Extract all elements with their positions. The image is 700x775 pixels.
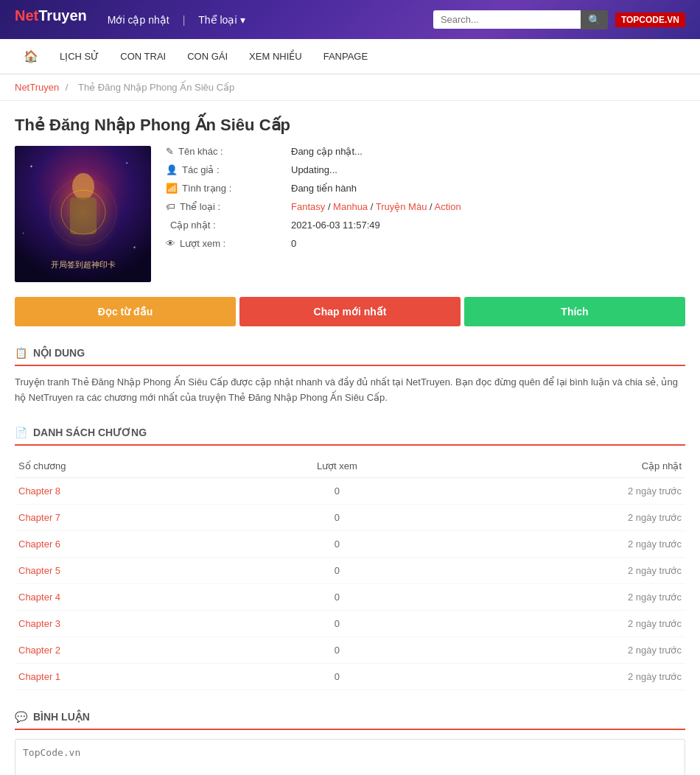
danh-sach-chuong-header: 📄 DANH SÁCH CHƯƠNG	[15, 421, 685, 446]
search-input[interactable]	[433, 10, 581, 29]
chapter-name: Chapter 6	[15, 530, 239, 557]
svg-point-2	[72, 173, 94, 200]
nav-moi-cap-nhat[interactable]: Mới cập nhật	[102, 11, 175, 29]
chapter-updated: 2 ngày trước	[435, 610, 685, 637]
label-the-loai: 🏷 Thể loại :	[166, 201, 291, 212]
chapter-link[interactable]: Chapter 5	[18, 565, 60, 576]
noi-dung-title: NỘI DUNG	[33, 347, 85, 359]
label-tac-gia: 👤 Tác giả :	[166, 164, 291, 175]
chapter-table-header-row: Số chương Lượt xem Cập nhật	[15, 455, 685, 478]
breadcrumb-home[interactable]: NetTruyen	[15, 82, 59, 93]
genre-fantasy[interactable]: Fantasy	[291, 201, 325, 212]
svg-text:开局签到超神印卡: 开局签到超神印卡	[51, 260, 116, 269]
main-content: Thẻ Đăng Nhập Phong Ấn Siêu Cấp	[0, 101, 700, 775]
nav-divider: |	[183, 14, 186, 26]
chapter-name: Chapter 1	[15, 663, 239, 690]
chapter-link[interactable]: Chapter 7	[18, 512, 60, 523]
chapter-views: 0	[239, 477, 435, 504]
value-ten-khac: Đang cập nhật...	[291, 146, 363, 157]
tag-icon: 🏷	[166, 201, 175, 212]
chapter-updated: 2 ngày trước	[435, 530, 685, 557]
chapter-link[interactable]: Chapter 6	[18, 539, 60, 550]
chapter-name: Chapter 2	[15, 637, 239, 663]
info-row-the-loai: 🏷 Thể loại : Fantasy / Manhua / Truyện M…	[166, 201, 685, 212]
header-nav: Mới cập nhật | Thể loại ▾	[102, 11, 419, 29]
chevron-down-icon: ▾	[240, 14, 245, 26]
col-cap-nhat: Cập nhật	[435, 455, 685, 478]
info-row-cap-nhat: Cập nhật : 2021-06-03 11:57:49	[166, 220, 685, 231]
chapter-views: 0	[239, 583, 435, 610]
search-button[interactable]: 🔍	[581, 10, 608, 29]
chapter-updated: 2 ngày trước	[435, 637, 685, 663]
breadcrumb-separator: /	[66, 82, 71, 93]
header-logo: NetTruyen	[15, 7, 87, 24]
chapter-list-icon: 📄	[15, 427, 27, 438]
genre-truyen-mau[interactable]: Truyện Màu	[376, 201, 427, 212]
nav-the-loai[interactable]: Thể loại ▾	[192, 11, 251, 29]
col-luot-xem: Lượt xem	[239, 455, 435, 478]
chapter-name: Chapter 4	[15, 583, 239, 610]
chapter-updated: 2 ngày trước	[435, 557, 685, 583]
table-row: Chapter 2 0 2 ngày trước	[15, 637, 685, 663]
info-row-tinh-trang: 📶 Tình trạng : Đang tiến hành	[166, 183, 685, 194]
subnav-home[interactable]: 🏠	[15, 39, 47, 74]
subnav-fanpage[interactable]: FANPAGE	[315, 41, 377, 72]
chapter-link[interactable]: Chapter 8	[18, 485, 60, 497]
info-row-tac-gia: 👤 Tác giả : Updating...	[166, 164, 685, 175]
doc-tu-dau-button[interactable]: Đọc từ đầu	[15, 297, 236, 326]
chapter-link[interactable]: Chapter 3	[18, 618, 60, 629]
label-luot-xem: 👁 Lượt xem :	[166, 238, 291, 249]
table-row: Chapter 8 0 2 ngày trước	[15, 477, 685, 504]
chapter-views: 0	[239, 530, 435, 557]
table-row: Chapter 6 0 2 ngày trước	[15, 530, 685, 557]
header: NetTruyen Mới cập nhật | Thể loại ▾ 🔍 TO…	[0, 0, 700, 39]
cover-svg: ✦ ✦ ✦ ✦ 开局签到超神印卡	[15, 146, 151, 282]
subnav-lich-su[interactable]: LỊCH SỬ	[51, 41, 108, 72]
value-tinh-trang: Đang tiến hành	[291, 183, 357, 194]
chapter-list-title: DANH SÁCH CHƯƠNG	[33, 427, 147, 438]
chapter-views: 0	[239, 637, 435, 663]
signal-icon: 📶	[166, 183, 178, 194]
table-row: Chapter 1 0 2 ngày trước	[15, 663, 685, 690]
comment-textarea[interactable]	[15, 739, 685, 775]
cover-image: ✦ ✦ ✦ ✦ 开局签到超神印卡	[15, 146, 151, 282]
genre-manhua[interactable]: Manhua	[333, 201, 368, 212]
thich-button[interactable]: Thích	[464, 297, 685, 326]
chapter-link[interactable]: Chapter 1	[18, 671, 60, 682]
noi-dung-header: 📋 NỘI DUNG	[15, 341, 685, 366]
subnav-con-gai[interactable]: CON GÁI	[178, 41, 237, 72]
info-row-luot-xem: 👁 Lượt xem : 0	[166, 238, 685, 249]
logo-truyen-text: Truyen	[38, 7, 87, 24]
chapter-link[interactable]: Chapter 4	[18, 592, 60, 603]
table-row: Chapter 7 0 2 ngày trước	[15, 504, 685, 530]
value-cap-nhat: 2021-06-03 11:57:49	[291, 220, 380, 231]
subnav: 🏠 LỊCH SỬ CON TRAI CON GÁI XEM NHIỀU FAN…	[0, 39, 700, 74]
value-luot-xem: 0	[291, 238, 296, 249]
chapter-updated: 2 ngày trước	[435, 504, 685, 530]
chapter-link[interactable]: Chapter 2	[18, 645, 60, 656]
chapter-updated: 2 ngày trước	[435, 663, 685, 690]
noi-dung-text: Truyện tranh Thẻ Đăng Nhập Phong Ấn Siêu…	[15, 375, 685, 406]
manga-cover: ✦ ✦ ✦ ✦ 开局签到超神印卡	[15, 146, 151, 282]
manga-info-section: ✦ ✦ ✦ ✦ 开局签到超神印卡 ✎ Tên khác : Đang cập n…	[15, 146, 685, 282]
label-cap-nhat: Cập nhật :	[166, 220, 291, 231]
binh-luan-icon: 💬	[15, 711, 27, 723]
table-row: Chapter 5 0 2 ngày trước	[15, 557, 685, 583]
svg-text:✦: ✦	[133, 245, 136, 250]
search-icon: 🔍	[588, 14, 601, 26]
table-row: Chapter 3 0 2 ngày trước	[15, 610, 685, 637]
chapter-name: Chapter 3	[15, 610, 239, 637]
chapter-views: 0	[239, 504, 435, 530]
table-row: Chapter 4 0 2 ngày trước	[15, 583, 685, 610]
action-buttons: Đọc từ đầu Chap mới nhất Thích	[15, 297, 685, 326]
subnav-xem-nhieu[interactable]: XEM NHIỀU	[240, 41, 311, 72]
label-ten-khac: ✎ Tên khác :	[166, 146, 291, 157]
comment-section: 💬 BÌNH LUẬN	[15, 705, 685, 775]
chapter-views: 0	[239, 610, 435, 637]
genre-action[interactable]: Action	[435, 201, 461, 212]
eye-icon: 👁	[166, 238, 175, 249]
chap-moi-nhat-button[interactable]: Chap mới nhất	[239, 297, 461, 326]
subnav-con-trai[interactable]: CON TRAI	[111, 41, 175, 72]
home-icon: 🏠	[24, 49, 38, 63]
label-tinh-trang: 📶 Tình trạng :	[166, 183, 291, 194]
